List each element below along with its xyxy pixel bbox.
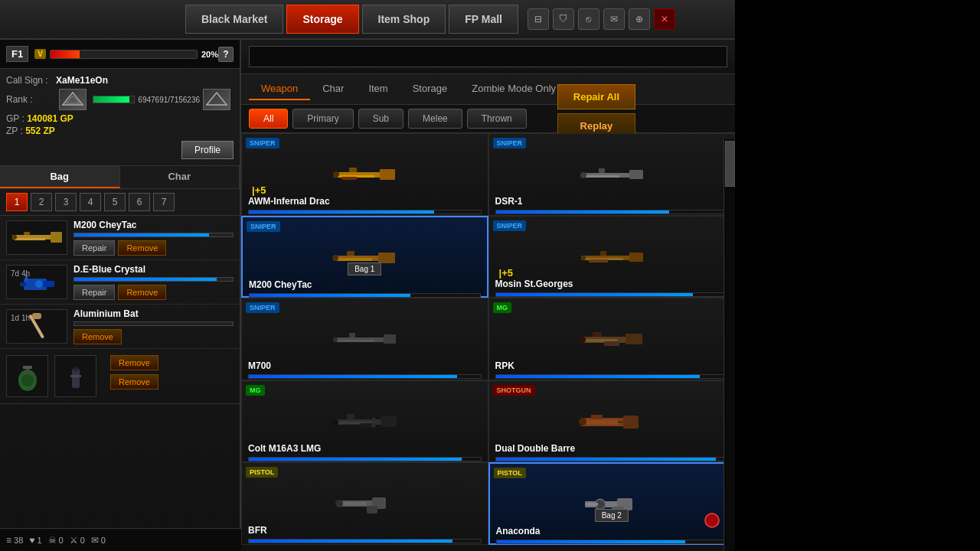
svg-rect-58 <box>347 414 354 419</box>
help-btn[interactable]: ? <box>218 47 234 62</box>
svg-point-42 <box>581 256 586 260</box>
svg-marker-1 <box>66 96 80 103</box>
bag-num-6[interactable]: 6 <box>129 193 150 211</box>
inv-remove-m200-btn[interactable]: Remove <box>118 240 166 256</box>
svg-point-7 <box>12 235 17 240</box>
tab-item[interactable]: Item <box>356 78 400 100</box>
fp-mall-btn[interactable]: FP Mall <box>449 5 518 34</box>
tab-char[interactable]: Char <box>310 78 356 100</box>
bfr-type-badge: PISTOL <box>246 467 278 478</box>
inv-item-deblue-info: D.E-Blue Crystal Repair Remove <box>74 264 234 300</box>
rpk-type-badge: MG <box>493 302 512 313</box>
mosin-name: Mosin St.Georges <box>495 279 729 289</box>
tab-zombie-mode[interactable]: Zombie Mode Only <box>459 78 568 100</box>
bag-num-3[interactable]: 3 <box>55 193 77 211</box>
svg-rect-71 <box>339 502 366 505</box>
weapon-card-mosin: SNIPER |+5 Mosin St.Georges <box>488 216 736 298</box>
weapon-card-m700: SNIPER M700 Repair <box>241 298 488 380</box>
svg-rect-19 <box>72 369 80 388</box>
small-remove-btn-2[interactable]: Remove <box>110 374 158 390</box>
close-icon[interactable]: ✕ <box>654 8 675 30</box>
f1-badge: F1 <box>6 46 28 62</box>
awm-health <box>248 210 482 214</box>
bag-num-1[interactable]: 1 <box>6 193 28 211</box>
minimize-icon[interactable]: ⊟ <box>528 8 549 30</box>
rpk-health <box>495 374 729 379</box>
awm-img-area: |+5 <box>248 154 482 196</box>
inv-item-bat-name: Aluminium Bat <box>74 308 234 319</box>
xp-fill <box>51 51 80 58</box>
main-panel: Repair All Replay Weapon Char Item Stora… <box>241 40 735 551</box>
m200-img-area: Bag 1 <box>249 237 481 279</box>
tab-bag[interactable]: Bag <box>0 166 120 188</box>
mosin-health <box>495 292 729 297</box>
small-remove-btn-1[interactable]: Remove <box>110 355 158 370</box>
menu-icon[interactable]: ⊕ <box>629 8 650 30</box>
filter-all-btn[interactable]: All <box>249 109 288 129</box>
call-sign-label: Call Sign : <box>6 75 56 86</box>
dsr1-type-badge: SNIPER <box>493 138 527 148</box>
game-window: ✦✦ CROSSFIRE ONLINE Black Market Storage… <box>0 0 735 551</box>
tab-storage[interactable]: Storage <box>400 78 460 100</box>
usb-icon[interactable]: ⎋ <box>578 8 599 30</box>
awm-name: AWM-Infernal Drac <box>248 196 482 207</box>
inv-remove-deblue-btn[interactable]: Remove <box>118 285 166 300</box>
mosin-type-badge: SNIPER <box>493 220 527 231</box>
colt-img-area <box>248 401 482 443</box>
deaths-icon: ♥ <box>29 535 34 546</box>
svg-point-18 <box>21 374 34 386</box>
filter-melee-btn[interactable]: Melee <box>408 109 462 129</box>
inv-item-deblue-health <box>74 277 234 282</box>
tab-weapon[interactable]: Weapon <box>249 78 310 100</box>
inv-remove-bat-btn[interactable]: Remove <box>74 329 122 344</box>
dual-health <box>495 457 729 461</box>
weapon-card-m200: SNIPER Bag 1 M200 CheyTac Rep <box>241 216 488 298</box>
awm-type-badge: SNIPER <box>246 138 279 148</box>
repair-all-btn[interactable]: Repair All <box>557 84 635 109</box>
svg-point-60 <box>332 419 338 425</box>
rpk-name: RPK <box>495 360 729 371</box>
filter-primary-btn[interactable]: Primary <box>292 109 353 129</box>
inv-item-m200-img <box>6 220 67 255</box>
svg-rect-43 <box>589 259 608 262</box>
inv-item-deblue-name: D.E-Blue Crystal <box>74 264 234 275</box>
colt-type-badge: MG <box>246 385 265 396</box>
rank-icon-right <box>203 89 230 110</box>
zp-row: ZP : 552 ZP <box>6 126 234 136</box>
bottom-status-bar: ≡ 38 ♥ 1 ☠ 0 ⚔ 0 ✉ 0 <box>0 528 241 551</box>
search-input[interactable] <box>249 46 727 67</box>
mail-value: 0 <box>101 536 106 545</box>
profile-section: Call Sign : XaMe11eOn Rank : 6947691/715… <box>0 69 240 166</box>
inv-item-deblue-health-fill <box>74 278 217 281</box>
profile-btn[interactable]: Profile <box>181 141 234 159</box>
mosin-img-area: |+5 <box>495 236 729 279</box>
inv-repair-deblue-btn[interactable]: Repair <box>74 285 115 300</box>
bag-num-7[interactable]: 7 <box>153 193 175 211</box>
dual-type-badge: SHOTGUN <box>493 385 535 396</box>
inv-item-m200-info: M200 CheyTac Repair Remove <box>74 220 234 256</box>
scroll-thumb[interactable] <box>725 141 735 187</box>
svg-rect-29 <box>629 170 643 179</box>
bag-num-4[interactable]: 4 <box>80 193 101 211</box>
black-market-btn[interactable]: Black Market <box>185 5 283 34</box>
filter-sub-btn[interactable]: Sub <box>358 109 403 129</box>
svg-rect-47 <box>349 333 355 337</box>
filter-thrown-btn[interactable]: Thrown <box>467 109 527 129</box>
storage-btn[interactable]: Storage <box>286 5 358 34</box>
bfr-health-fill <box>249 540 452 543</box>
status-mail: ✉ 0 <box>91 535 106 546</box>
small-inv-item2 <box>54 355 96 397</box>
mosin-health-fill <box>496 293 693 296</box>
bag-num-5[interactable]: 5 <box>104 193 126 211</box>
shield-icon[interactable]: ⛉ <box>553 8 574 30</box>
item-shop-btn[interactable]: Item Shop <box>362 5 446 34</box>
inv-repair-m200-btn[interactable]: Repair <box>74 240 115 256</box>
weapons-grid: SNIPER |+5 AWM-Infernal Drac <box>241 133 735 545</box>
mail-icon[interactable]: ✉ <box>603 8 625 30</box>
sword-icon: ⚔ <box>70 535 78 546</box>
tab-char[interactable]: Char <box>120 166 240 188</box>
inv-item-bat-health <box>74 321 234 326</box>
scroll-bar[interactable] <box>724 139 735 551</box>
bag-num-2[interactable]: 2 <box>31 193 52 211</box>
top-nav: Black Market Storage Item Shop FP Mall ⊟… <box>0 0 735 40</box>
